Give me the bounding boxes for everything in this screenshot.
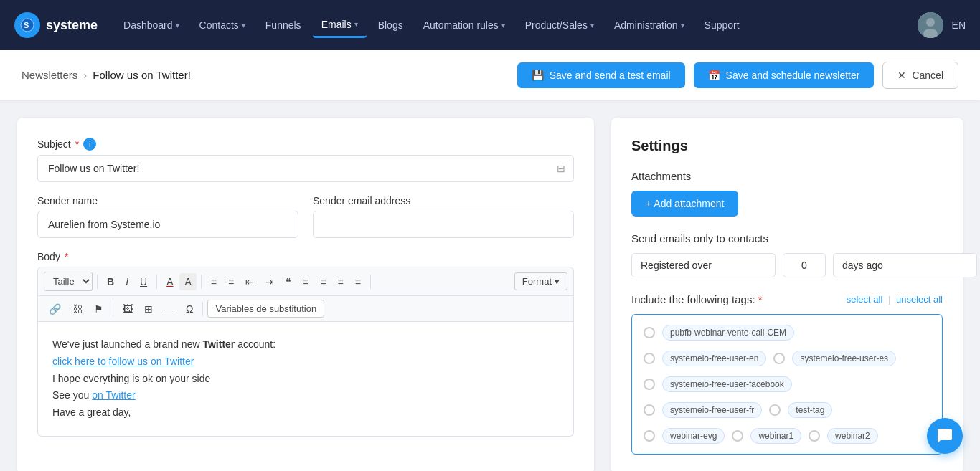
save-test-email-button[interactable]: 💾 Save and send a test email	[517, 62, 685, 88]
align-left-button[interactable]: ≡	[298, 273, 314, 290]
tag-row-5: webinar-evg webinar1 webinar2	[644, 428, 930, 444]
info-icon[interactable]: i	[83, 138, 96, 151]
toolbar-separator	[113, 302, 113, 316]
toolbar-separator	[202, 302, 203, 316]
subject-input[interactable]	[37, 155, 574, 182]
tags-header: Include the following tags: * select all…	[631, 293, 943, 305]
tag-radio-free-fb[interactable]	[644, 379, 655, 390]
tag-free-fb[interactable]: systemeio-free-user-facebook	[662, 376, 792, 392]
chevron-down-icon: ▾	[681, 22, 684, 29]
tag-radio-pubfb[interactable]	[644, 327, 655, 338]
tag-radio-free-fr[interactable]	[644, 404, 655, 416]
tag-webinar2[interactable]: webinar2	[827, 428, 878, 444]
avatar[interactable]	[918, 12, 943, 38]
tag-radio-test-tag[interactable]	[769, 404, 781, 416]
nav-emails[interactable]: Emails ▾	[313, 13, 367, 38]
tag-free-es[interactable]: systemeio-free-user-es	[792, 351, 896, 366]
indent-increase-button[interactable]: ⇥	[260, 273, 279, 290]
nav-blogs[interactable]: Blogs	[369, 14, 412, 37]
select-all-link[interactable]: select all	[847, 294, 883, 305]
ordered-list-button[interactable]: ≡	[206, 273, 222, 290]
calendar-icon: 📅	[708, 70, 720, 81]
link-button[interactable]: 🔗	[44, 300, 66, 318]
body-line-3: I hope everything is ok on your side	[52, 371, 559, 388]
align-right-button[interactable]: ≡	[333, 273, 349, 290]
save-icon: 💾	[532, 70, 544, 81]
breadcrumb-current: Follow us on Twitter!	[93, 69, 190, 81]
bg-color-button[interactable]: A	[179, 273, 196, 290]
tag-radio-webinar1[interactable]	[732, 430, 743, 442]
tag-radio-free-en[interactable]	[644, 353, 655, 364]
registered-over-input[interactable]	[631, 253, 776, 277]
align-center-button[interactable]: ≡	[315, 273, 331, 290]
nav-administration[interactable]: Administration ▾	[606, 14, 693, 37]
flag-button[interactable]: ⚑	[89, 300, 108, 318]
tag-test[interactable]: test-tag	[788, 402, 832, 418]
tag-free-fr[interactable]: systemeio-free-user-fr	[662, 402, 762, 418]
table-button[interactable]: ⊞	[139, 300, 158, 318]
nav-lang[interactable]: EN	[952, 19, 966, 31]
indent-decrease-button[interactable]: ⇤	[240, 273, 259, 290]
unselect-all-link[interactable]: unselect all	[896, 294, 943, 305]
hr-button[interactable]: —	[159, 300, 179, 318]
editor-toolbar: Taille B I U A A ≡ ≡ ⇤ ⇥ ❝ ≡ ≡ ≡ ≡	[37, 267, 574, 296]
nav-funnels[interactable]: Funnels	[257, 14, 310, 37]
required-indicator: *	[75, 138, 79, 150]
cancel-button[interactable]: ✕ Cancel	[882, 62, 958, 89]
toolbar-separator	[370, 275, 371, 289]
unlink-button[interactable]: ⛓	[67, 300, 88, 318]
settings-title: Settings	[631, 138, 943, 154]
toolbar-separator	[156, 275, 157, 289]
nav-automation[interactable]: Automation rules ▾	[415, 14, 514, 37]
send-emails-section: Send emails only to contacts	[631, 232, 943, 277]
sender-email-label: Sender email address	[313, 195, 574, 206]
font-size-dropdown[interactable]: Taille	[44, 272, 93, 291]
tag-row-1: pubfb-webinar-vente-call-CEM	[644, 325, 930, 341]
toolbar-separator	[97, 275, 98, 289]
unordered-list-button[interactable]: ≡	[223, 273, 239, 290]
substitution-button[interactable]: Variables de substitution	[207, 300, 324, 318]
bold-button[interactable]: B	[102, 273, 119, 290]
italic-button[interactable]: I	[121, 273, 133, 290]
days-ago-input[interactable]	[833, 253, 977, 277]
format-button[interactable]: Format ▾	[514, 272, 567, 290]
add-attachment-button[interactable]: + Add attachment	[631, 191, 738, 217]
main-navbar: S systeme Dashboard ▾ Contacts ▾ Funnels…	[0, 0, 980, 50]
right-panel: Settings Attachments + Add attachment Se…	[611, 118, 963, 471]
nav-support[interactable]: Support	[696, 14, 748, 37]
breadcrumb-separator: ›	[83, 69, 87, 81]
nav-contacts[interactable]: Contacts ▾	[191, 14, 254, 37]
required-indicator: *	[65, 251, 68, 262]
special-char-button[interactable]: Ω	[181, 300, 198, 318]
twitter-link[interactable]: click here to follow us on Twitter	[52, 356, 194, 367]
tag-webinar-evg[interactable]: webinar-evg	[662, 428, 725, 444]
toolbar-separator	[201, 275, 202, 289]
chevron-down-icon: ▾	[555, 276, 560, 287]
days-input[interactable]	[783, 253, 826, 277]
tag-radio-webinar-evg[interactable]	[644, 430, 655, 442]
on-twitter-link[interactable]: on Twitter	[92, 389, 135, 401]
tag-radio-free-es[interactable]	[773, 353, 785, 364]
chat-button[interactable]	[927, 418, 963, 454]
tag-webinar1[interactable]: webinar1	[750, 428, 801, 444]
image-button[interactable]: 🖼	[118, 300, 138, 318]
chevron-down-icon: ▾	[354, 20, 358, 28]
breadcrumb-parent[interactable]: Newsletters	[22, 69, 77, 81]
tag-free-en[interactable]: systemeio-free-user-en	[662, 351, 766, 366]
body-line-2: click here to follow us on Twitter	[52, 353, 559, 371]
align-justify-button[interactable]: ≡	[350, 273, 366, 290]
sender-name-input[interactable]	[37, 211, 298, 238]
save-schedule-button[interactable]: 📅 Save and schedule newsletter	[694, 62, 875, 88]
chevron-down-icon: ▾	[501, 22, 505, 29]
tag-pubfb[interactable]: pubfb-webinar-vente-call-CEM	[662, 325, 794, 341]
underline-button[interactable]: U	[135, 273, 152, 290]
tag-radio-webinar2[interactable]	[809, 430, 820, 442]
nav-dashboard[interactable]: Dashboard ▾	[115, 14, 188, 37]
editor-body[interactable]: We've just launched a brand new Twitter …	[37, 322, 574, 437]
svg-point-3	[926, 18, 935, 27]
sender-email-input[interactable]	[313, 211, 574, 238]
nav-product-sales[interactable]: Product/Sales ▾	[517, 14, 603, 37]
font-color-button[interactable]: A	[161, 273, 178, 290]
blockquote-button[interactable]: ❝	[281, 273, 296, 290]
brand[interactable]: S systeme	[14, 12, 98, 38]
